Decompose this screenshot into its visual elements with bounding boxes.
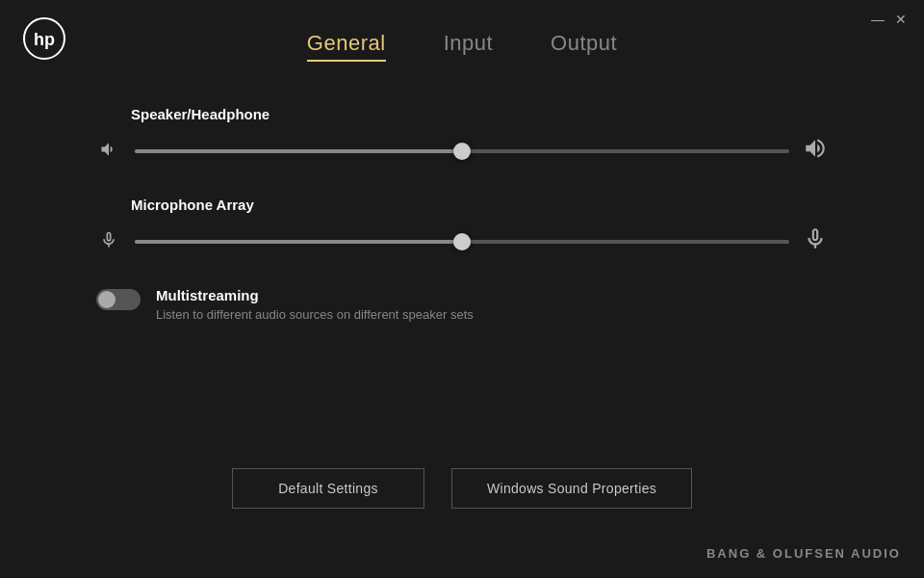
- mic-quiet-icon: [96, 230, 121, 253]
- toggle-knob: [98, 291, 116, 308]
- speaker-loud-icon: [803, 136, 828, 166]
- branding-text: BANG & OLUFSEN AUDIO: [706, 546, 901, 561]
- default-settings-button[interactable]: Default Settings: [232, 468, 424, 509]
- speaker-slider-row: Speaker/Headphone: [96, 106, 828, 166]
- speaker-mute-icon: [96, 140, 121, 163]
- nav-tabs: General Input Output: [0, 27, 924, 62]
- microphone-label: Microphone Array: [131, 197, 828, 213]
- speaker-track[interactable]: [135, 149, 789, 153]
- multistreaming-text: Multistreaming Listen to different audio…: [156, 287, 474, 322]
- microphone-slider-row: Microphone Array: [96, 197, 828, 256]
- close-button[interactable]: ✕: [891, 10, 911, 29]
- multistreaming-description: Listen to different audio sources on dif…: [156, 307, 474, 322]
- speaker-slider-container: [96, 136, 828, 166]
- mic-loud-icon: [803, 226, 828, 256]
- multistreaming-toggle[interactable]: [96, 289, 141, 310]
- tab-input[interactable]: Input: [444, 27, 493, 62]
- tab-output[interactable]: Output: [551, 27, 617, 62]
- minimize-button[interactable]: —: [868, 10, 887, 29]
- microphone-track[interactable]: [135, 240, 789, 244]
- main-content: Speaker/Headphone: [0, 106, 924, 322]
- multistreaming-row: Multistreaming Listen to different audio…: [96, 287, 828, 322]
- windows-sound-properties-button[interactable]: Windows Sound Properties: [451, 468, 692, 509]
- multistreaming-title: Multistreaming: [156, 287, 474, 303]
- action-buttons: Default Settings Windows Sound Propertie…: [0, 468, 924, 509]
- microphone-slider-container: [96, 226, 828, 256]
- tab-general[interactable]: General: [307, 27, 386, 62]
- speaker-label: Speaker/Headphone: [131, 106, 828, 122]
